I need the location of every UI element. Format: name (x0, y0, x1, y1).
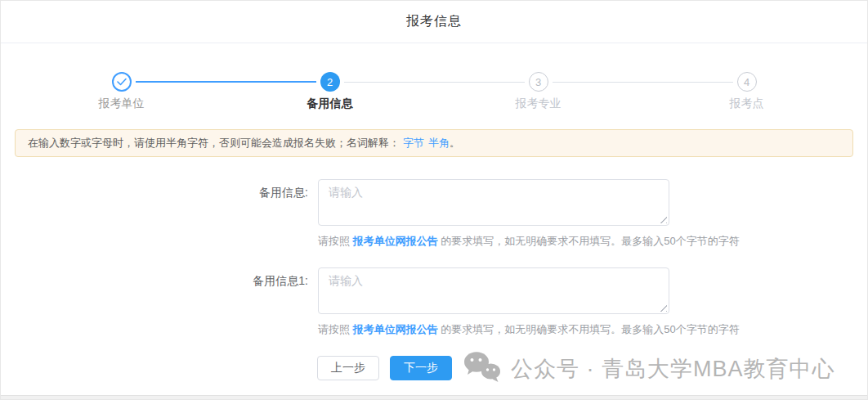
byte-definition-link[interactable]: 字节 (403, 136, 424, 151)
previous-step-button[interactable]: 上一步 (317, 356, 379, 380)
step-application-point: 4 报考点 (642, 72, 851, 115)
step-4-label: 报考点 (730, 97, 764, 111)
step-4-circle: 4 (737, 72, 757, 92)
halfwidth-definition-link[interactable]: 半角 (428, 136, 450, 151)
backup-info-help: 请按照 报考单位网报公告 的要求填写，如无明确要求不用填写。最多输入50个字节的… (318, 234, 740, 249)
step-application-unit: 报考单位 (17, 72, 226, 115)
backup-info-label: 备用信息: (128, 184, 308, 200)
next-step-button[interactable]: 下一步 (390, 356, 452, 380)
backup-info1-help: 请按照 报考单位网报公告 的要求填写，如无明确要求不用填写。最多输入50个字节的… (318, 322, 740, 337)
step-2-label: 备用信息 (307, 97, 353, 111)
backup-info1-textarea[interactable] (318, 267, 669, 314)
step-1-label: 报考单位 (99, 97, 145, 111)
step-2-circle: 2 (320, 72, 340, 92)
wechat-icon (463, 351, 501, 387)
unit-announcement-link[interactable]: 报考单位网报公告 (353, 235, 438, 247)
application-info-page: 报考信息 报考单位 2 备用信息 3 报考专业 4 报考点 在输入数字或字 (0, 0, 868, 400)
help-prefix: 请按照 (318, 323, 353, 335)
wizard-actions: 上一步 下一步 (317, 356, 452, 380)
help-suffix: 的要求填写，如无明确要求不用填写。最多输入50个字节的字符 (438, 235, 740, 247)
help-suffix: 的要求填写，如无明确要求不用填写。最多输入50个字节的字符 (438, 323, 740, 335)
step-3-label: 报考专业 (516, 97, 562, 111)
step-backup-info: 2 备用信息 (226, 72, 434, 115)
backup-info1-label: 备用信息1: (128, 272, 308, 289)
unit-announcement-link[interactable]: 报考单位网报公告 (353, 323, 438, 335)
page-bottom-edge (1, 395, 867, 399)
step-1-circle (112, 72, 132, 92)
wechat-watermark: 公众号 · 青岛大学MBA教育中心 (463, 351, 835, 387)
page-title: 报考信息 (406, 13, 462, 30)
step-application-major: 3 报考专业 (434, 72, 642, 115)
warning-text: 在输入数字或字母时，请使用半角字符，否则可能会造成报名失败；名词解释： (28, 136, 400, 151)
halfwidth-warning-banner: 在输入数字或字母时，请使用半角字符，否则可能会造成报名失败；名词解释：字节半角。 (15, 129, 853, 157)
backup-info-textarea[interactable] (318, 179, 669, 226)
check-icon (117, 76, 127, 88)
page-header: 报考信息 (1, 1, 867, 43)
help-prefix: 请按照 (318, 235, 353, 247)
warning-suffix: 。 (450, 136, 460, 151)
step-3-circle: 3 (529, 72, 548, 92)
watermark-text: 公众号 · 青岛大学MBA教育中心 (511, 354, 835, 384)
step-wizard: 报考单位 2 备用信息 3 报考专业 4 报考点 (17, 72, 851, 115)
